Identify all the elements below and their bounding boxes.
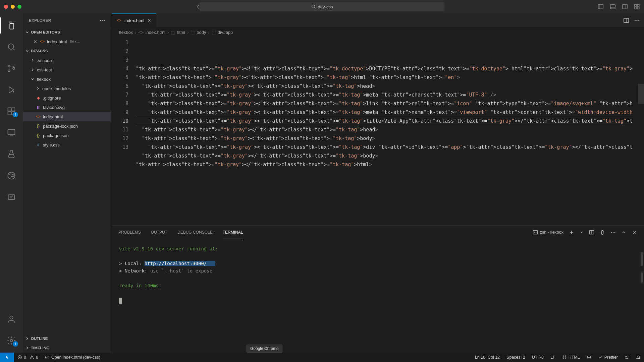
svg-point-32 (613, 232, 614, 233)
file-style-css[interactable]: # style.css (23, 140, 111, 149)
activity-extensions[interactable]: 1 (3, 103, 19, 119)
activity-settings[interactable]: 1 (3, 333, 19, 349)
toggle-secondary-sidebar-icon[interactable] (622, 4, 628, 10)
outline-section[interactable]: OUTLINE (23, 334, 111, 343)
file-favicon-svg[interactable]: ◧ favicon.svg (23, 103, 111, 112)
new-terminal-icon[interactable] (569, 230, 574, 235)
explorer-more-icon[interactable] (99, 17, 105, 23)
panel-tab-problems[interactable]: PROBLEMS (118, 226, 141, 239)
search-text: dev-css (318, 4, 333, 9)
html-file-icon: <> (116, 18, 122, 23)
file-label: index.html (43, 114, 63, 119)
language-label: HTML (569, 355, 580, 360)
status-go-live[interactable] (583, 353, 595, 362)
open-editor-item[interactable]: <> index.html flex… (23, 37, 111, 46)
close-window-button[interactable] (4, 5, 8, 9)
panel-tab-terminal[interactable]: TERMINAL (223, 226, 243, 239)
file-package-json[interactable]: {} package.json (23, 131, 111, 140)
terminal-dropdown-icon[interactable] (580, 230, 584, 234)
status-lncol[interactable]: Ln 10, Col 12 (472, 353, 503, 362)
code-editor[interactable]: 12345678910111213 "tk-attr">class"tk-tex… (112, 37, 644, 225)
terminal-instance-label[interactable]: zsh - flexbox (533, 230, 564, 235)
activity-edge[interactable] (3, 168, 19, 184)
file-gitignore[interactable]: ◆ .gitignore (23, 93, 111, 103)
minimap-slider[interactable] (638, 84, 644, 104)
svg-point-8 (8, 44, 14, 49)
status-encoding[interactable]: UTF-8 (529, 353, 547, 362)
status-eol[interactable]: LF (547, 353, 559, 362)
panel-tab-output[interactable]: OUTPUT (151, 226, 167, 239)
breadcrumb[interactable]: flexbox › <> index.html › ⬚ html › ⬚ bod… (112, 27, 644, 37)
customize-layout-icon[interactable] (634, 4, 640, 10)
breadcrumb-segment[interactable]: html (177, 30, 185, 35)
folder-vscode[interactable]: .vscode (23, 56, 111, 65)
breadcrumb-segment[interactable]: body (197, 30, 206, 35)
panel-tab-debug-console[interactable]: DEBUG CONSOLE (177, 226, 213, 239)
timeline-section[interactable]: TIMELINE (23, 343, 111, 353)
editor-more-icon[interactable] (634, 17, 640, 23)
breadcrumb-segment[interactable]: index.html (146, 30, 165, 35)
status-prettier[interactable]: Prettier (595, 353, 621, 362)
terminal-name-text: zsh - flexbox (540, 230, 564, 235)
file-index-html[interactable]: <> index.html (23, 112, 111, 121)
toggle-primary-sidebar-icon[interactable] (598, 4, 604, 10)
status-feedback[interactable] (621, 353, 633, 362)
close-editor-icon[interactable] (33, 39, 38, 44)
svg-rect-29 (533, 231, 537, 234)
activity-remote-explorer[interactable] (3, 125, 19, 141)
folder-node-modules[interactable]: node_modules (23, 84, 111, 93)
error-icon (17, 355, 22, 360)
folder-flexbox[interactable]: flexbox (23, 74, 111, 84)
open-editors-section[interactable]: OPEN EDITORS (23, 27, 111, 37)
svg-point-21 (10, 340, 13, 342)
minimize-window-button[interactable] (11, 5, 15, 9)
activity-explorer[interactable] (3, 17, 19, 34)
maximize-window-button[interactable] (17, 5, 21, 9)
minimap[interactable] (633, 37, 644, 225)
split-terminal-icon[interactable] (589, 230, 594, 235)
toggle-panel-icon[interactable] (610, 4, 616, 10)
terminal-scrollbar[interactable] (641, 252, 643, 266)
terminal-icon (533, 230, 538, 235)
activity-testing[interactable] (3, 146, 19, 162)
maximize-panel-icon[interactable] (621, 230, 627, 235)
project-section[interactable]: DEV-CSS (23, 46, 111, 56)
panel-more-icon[interactable] (610, 230, 616, 235)
close-panel-icon[interactable] (632, 230, 637, 235)
tab-index-html[interactable]: <> index.html (112, 13, 156, 27)
status-warnings[interactable]: 0 (30, 353, 42, 362)
terminal-scrollbar[interactable] (641, 273, 643, 283)
status-language[interactable]: HTML (559, 353, 583, 362)
status-open-task[interactable]: Open index.html (dev-css) (42, 353, 104, 362)
svg-point-26 (635, 20, 636, 21)
status-spaces[interactable]: Spaces: 2 (503, 353, 529, 362)
svg-rect-6 (635, 7, 637, 9)
chevron-right-icon (30, 67, 35, 72)
activity-run-debug[interactable] (3, 82, 19, 98)
breadcrumb-segment[interactable]: flexbox (119, 30, 133, 35)
command-center-search[interactable]: dev-css (200, 2, 444, 11)
activity-wallaby[interactable] (3, 189, 19, 205)
activity-source-control[interactable] (3, 60, 19, 76)
status-errors[interactable]: 0 (14, 353, 30, 362)
kill-terminal-icon[interactable] (600, 230, 605, 235)
breadcrumb-segment[interactable]: div#app (218, 30, 233, 35)
folder-css-test[interactable]: css-test (23, 65, 111, 74)
close-tab-icon[interactable] (147, 18, 152, 23)
svg-rect-14 (8, 112, 11, 115)
editor-area: <> index.html flexbox › <> index.html › … (112, 13, 644, 353)
code-content[interactable]: "tk-attr">class"tk-text">="tk-gray"><!"t… (136, 37, 644, 225)
remote-indicator[interactable] (0, 353, 14, 362)
file-package-lock[interactable]: {} package-lock.json (23, 121, 111, 131)
chevron-right-icon (25, 336, 30, 341)
symbol-icon: ⬚ (191, 30, 195, 35)
chevron-down-icon (25, 49, 30, 53)
terminal-body[interactable]: vite v2.9.16 dev server running at: > Lo… (112, 239, 644, 353)
svg-rect-3 (623, 5, 628, 9)
terminal-local-url[interactable]: http://localhost:3000/ (145, 261, 207, 266)
activity-accounts[interactable] (3, 311, 19, 327)
split-editor-icon[interactable] (623, 17, 629, 23)
status-notifications[interactable] (633, 353, 644, 362)
svg-point-9 (8, 65, 10, 67)
activity-search[interactable] (3, 39, 19, 55)
